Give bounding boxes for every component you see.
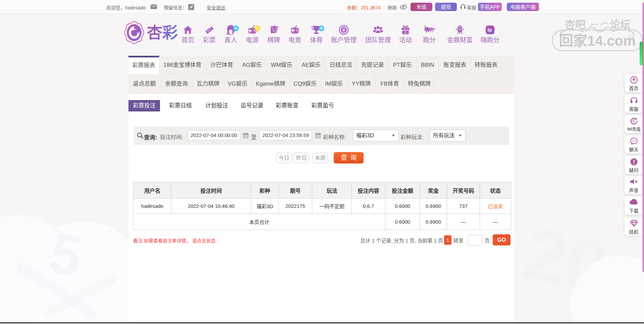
svg-text:¥: ¥ — [342, 27, 345, 33]
svg-text:C: C — [633, 119, 635, 123]
svg-text:hi: hi — [488, 28, 492, 33]
